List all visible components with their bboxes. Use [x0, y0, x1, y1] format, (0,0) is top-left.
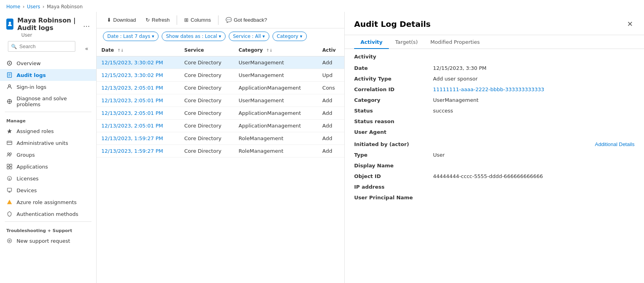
- columns-button[interactable]: ⊞ Columns: [180, 15, 215, 25]
- breadcrumb-home[interactable]: Home: [6, 4, 20, 9]
- detail-row-status-reason: Status reason: [345, 116, 644, 127]
- sidebar-item-auth-methods[interactable]: Authentication methods: [0, 208, 96, 220]
- cell-activity: Cons: [317, 82, 344, 94]
- cell-date: 12/13/2023, 2:05:01 PM: [97, 120, 179, 132]
- sidebar-item-groups[interactable]: Groups: [0, 149, 96, 161]
- feedback-button[interactable]: 💬 Got feedback?: [222, 15, 271, 25]
- sidebar-item-audit-logs[interactable]: Audit logs: [0, 69, 96, 81]
- cell-service: Core Directory: [179, 94, 234, 107]
- cell-category: ApplicationManagement: [234, 120, 317, 132]
- detail-row-status: Status success: [345, 105, 644, 116]
- sidebar-item-diagnose[interactable]: Diagnose and solve problems: [0, 93, 96, 110]
- cell-activity: Add: [317, 107, 344, 120]
- download-button[interactable]: ⬇ Download: [103, 15, 140, 25]
- search-box: 🔍: [8, 41, 75, 52]
- cell-category: UserManagement: [234, 56, 317, 69]
- sidebar-item-sign-in-logs[interactable]: Sign-in logs: [0, 81, 96, 93]
- filter-category-chevron: ▾: [300, 34, 302, 39]
- close-detail-panel-button[interactable]: ✕: [625, 18, 635, 30]
- table-row[interactable]: 12/15/2023, 3:30:02 PM Core Directory Us…: [97, 69, 344, 82]
- more-options-button[interactable]: ...: [83, 20, 90, 28]
- sidebar-item-devices-label: Devices: [17, 187, 37, 193]
- svg-rect-12: [7, 167, 9, 169]
- detail-row-category: Category UserManagement: [345, 95, 644, 105]
- svg-point-9: [9, 153, 11, 154]
- table-row[interactable]: 12/13/2023, 2:05:01 PM Core Directory Ap…: [97, 107, 344, 120]
- table-row[interactable]: 12/13/2023, 1:59:27 PM Core Directory Ro…: [97, 145, 344, 157]
- refresh-icon: ↻: [146, 17, 150, 23]
- col-activity[interactable]: Activ: [317, 44, 344, 56]
- table-row[interactable]: 12/13/2023, 2:05:01 PM Core Directory Ap…: [97, 82, 344, 94]
- cell-category: RoleManagement: [234, 132, 317, 145]
- sort-category-icon: ↑↓: [266, 48, 273, 52]
- sidebar-item-azure-roles[interactable]: Azure role assignments: [0, 196, 96, 208]
- filter-showdates[interactable]: Show dates as : Local ▾: [162, 32, 226, 41]
- sidebar-item-new-support[interactable]: New support request: [0, 235, 96, 247]
- sidebar-item-devices[interactable]: Devices: [0, 184, 96, 196]
- divider-manage: [5, 112, 91, 112]
- detail-row-date: Date 12/15/2023, 3:30 PM: [345, 63, 644, 73]
- activity-section-label: Activity: [345, 49, 644, 63]
- sidebar-item-overview[interactable]: Overview: [0, 57, 96, 69]
- svg-rect-16: [7, 188, 12, 191]
- table-row[interactable]: 12/15/2023, 3:30:02 PM Core Directory Us…: [97, 56, 344, 69]
- table-header-row: Date ↑↓ Service Category ↑↓ Activ: [97, 44, 344, 56]
- filter-service-chevron: ▾: [263, 34, 265, 39]
- signin-icon: [6, 84, 13, 90]
- filter-service[interactable]: Service : All ▾: [229, 32, 269, 41]
- role-icon: [6, 128, 13, 134]
- cell-category: UserManagement: [234, 69, 317, 82]
- col-date[interactable]: Date ↑↓: [97, 44, 179, 56]
- svg-point-5: [8, 85, 10, 87]
- actor-section-label: Initiated by (actor): [354, 141, 433, 147]
- support-icon: [6, 238, 13, 244]
- col-service[interactable]: Service: [179, 44, 234, 56]
- sidebar-item-admin-units[interactable]: Administrative units: [0, 137, 96, 149]
- additional-details-button[interactable]: Additional Details: [595, 141, 635, 147]
- cell-category: ApplicationManagement: [234, 107, 317, 120]
- filters-bar: Date : Last 7 days ▾ Show dates as : Loc…: [97, 28, 344, 44]
- tab-targets[interactable]: Target(s): [389, 35, 424, 49]
- cell-activity: Add: [317, 120, 344, 132]
- search-input[interactable]: [8, 41, 75, 52]
- divider-support: [5, 221, 91, 222]
- svg-point-0: [9, 62, 10, 64]
- device-icon: [6, 187, 13, 193]
- detail-row-ip-address: IP address: [345, 182, 644, 192]
- sidebar-item-licenses[interactable]: $ Licenses: [0, 172, 96, 184]
- svg-rect-13: [10, 167, 12, 169]
- breadcrumb-users[interactable]: Users: [27, 4, 40, 9]
- collapse-sidebar-button[interactable]: «: [80, 44, 93, 53]
- table-row[interactable]: 12/13/2023, 2:05:01 PM Core Directory Ap…: [97, 120, 344, 132]
- sidebar-item-new-support-label: New support request: [17, 238, 70, 244]
- detail-row-actor-type: Type User: [345, 150, 644, 160]
- groups-icon: [6, 152, 13, 158]
- sidebar-item-assigned-roles[interactable]: Assigned roles: [0, 125, 96, 137]
- detail-row-correlation-id: Correlation ID 11111111-aaaa-2222-bbbb-3…: [345, 84, 644, 95]
- cell-date: 12/15/2023, 3:30:02 PM: [97, 69, 179, 82]
- toolbar-separator-2: [218, 15, 218, 25]
- svg-text:$: $: [8, 177, 10, 181]
- diagnose-icon: [6, 98, 13, 105]
- tab-modified-properties[interactable]: Modified Properties: [424, 35, 486, 49]
- filter-date[interactable]: Date : Last 7 days ▾: [103, 32, 159, 41]
- table-row[interactable]: 12/13/2023, 2:05:01 PM Core Directory Us…: [97, 94, 344, 107]
- filter-category[interactable]: Category ▾: [273, 32, 307, 41]
- col-category[interactable]: Category ↑↓: [234, 44, 317, 56]
- cell-service: Core Directory: [179, 56, 234, 69]
- refresh-button[interactable]: ↻ Refresh: [142, 15, 174, 25]
- detail-panel: Audit Log Details ✕ Activity Target(s) M…: [344, 12, 644, 283]
- cell-activity: Upd: [317, 69, 344, 82]
- tab-activity[interactable]: Activity: [354, 35, 389, 49]
- sidebar-user-icon: [6, 19, 13, 30]
- filter-date-chevron: ▾: [152, 34, 154, 39]
- sidebar-item-groups-label: Groups: [17, 152, 35, 158]
- overview-icon: [6, 60, 13, 66]
- table-row[interactable]: 12/13/2023, 1:59:27 PM Core Directory Ro…: [97, 132, 344, 145]
- toolbar: ⬇ Download ↻ Refresh ⊞ Columns 💬 Got fee…: [97, 12, 344, 28]
- toolbar-separator: [177, 15, 177, 25]
- breadcrumb: Home › Users › Maya Robinson: [0, 0, 644, 12]
- cell-activity: Add: [317, 94, 344, 107]
- sidebar-item-applications[interactable]: Applications: [0, 161, 96, 172]
- content-area: ⬇ Download ↻ Refresh ⊞ Columns 💬 Got fee…: [97, 12, 344, 283]
